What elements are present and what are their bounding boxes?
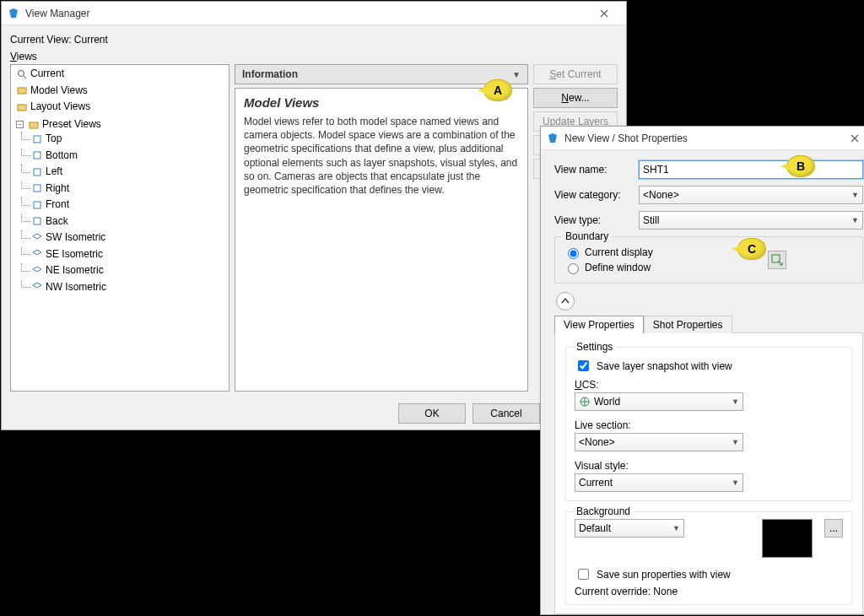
svg-rect-4	[30, 122, 38, 128]
info-panel: Model Views Model views refer to both mo…	[235, 88, 528, 392]
view-right-icon	[31, 182, 43, 194]
window-title: New View / Shot Properties	[564, 132, 838, 144]
set-current-button[interactable]: Set Current	[533, 64, 618, 84]
view-left-icon	[31, 166, 43, 178]
collapse-toggle[interactable]: −	[16, 121, 24, 128]
views-tree[interactable]: Current Model Views Layout Views −Preset…	[10, 64, 230, 392]
view-name-label: View name:	[554, 164, 639, 176]
window-select-icon	[771, 254, 783, 266]
background-browse-button[interactable]: ...	[824, 519, 843, 538]
tree-model-views[interactable]: Model Views	[30, 84, 88, 98]
svg-rect-5	[34, 136, 40, 143]
chevron-down-icon: ▼	[732, 397, 739, 406]
svg-marker-12	[33, 250, 41, 255]
background-legend: Background	[573, 505, 634, 517]
tree-current[interactable]: Current	[30, 67, 64, 81]
background-select[interactable]: Default▼	[575, 519, 684, 538]
visual-style-label: Visual style:	[575, 460, 843, 472]
define-window-button[interactable]	[768, 251, 786, 269]
ucs-label: UCS:	[575, 379, 843, 391]
iso-icon	[31, 248, 43, 260]
tree-preset[interactable]: Top	[46, 132, 62, 146]
view-category-select[interactable]: <None>▼	[639, 186, 863, 204]
tab-view-properties[interactable]: View Properties	[554, 316, 644, 333]
svg-rect-10	[34, 218, 40, 224]
view-back-icon	[31, 215, 43, 227]
tree-preset[interactable]: Left	[46, 165, 62, 179]
view-name-input[interactable]	[639, 160, 863, 179]
chevron-down-icon: ▼	[732, 478, 739, 487]
svg-point-0	[19, 70, 24, 76]
view-type-label: View type:	[554, 214, 639, 226]
cancel-button[interactable]: Cancel	[472, 403, 540, 424]
define-window-radio[interactable]: Define window	[564, 261, 653, 274]
folder-icon	[16, 84, 28, 96]
chevron-down-icon: ▼	[672, 524, 680, 532]
settings-legend: Settings	[573, 341, 616, 353]
svg-rect-8	[34, 185, 40, 192]
boundary-legend: Boundary	[562, 230, 612, 242]
svg-rect-7	[34, 169, 40, 176]
new-button[interactable]: New...	[533, 88, 618, 108]
ok-button[interactable]: OK	[398, 403, 466, 424]
tree-preset[interactable]: Front	[46, 197, 69, 212]
tree-preset[interactable]: SW Isometric	[46, 230, 105, 245]
svg-rect-2	[18, 88, 26, 94]
svg-line-1	[24, 76, 26, 78]
chevron-down-icon: ▼	[512, 70, 521, 79]
view-front-icon	[31, 199, 43, 211]
info-header[interactable]: Information ▼	[235, 64, 528, 84]
live-section-label: Live section:	[575, 419, 843, 431]
save-sun-checkbox[interactable]: Save sun properties with view	[575, 566, 843, 582]
close-icon	[850, 134, 859, 143]
collapse-toggle[interactable]	[556, 292, 575, 311]
chevron-down-icon: ▼	[732, 438, 739, 446]
svg-rect-3	[18, 105, 26, 111]
close-icon	[600, 9, 608, 18]
view-top-icon	[31, 133, 43, 145]
svg-rect-9	[34, 202, 40, 208]
close-button[interactable]	[838, 127, 864, 149]
tab-shot-properties[interactable]: Shot Properties	[644, 316, 732, 333]
tree-preset[interactable]: NW Isometric	[46, 280, 106, 294]
view-bottom-icon	[31, 149, 43, 161]
svg-rect-6	[34, 152, 40, 159]
tree-preset[interactable]: SE Isometric	[46, 247, 103, 262]
visual-style-select[interactable]: Current▼	[575, 473, 743, 492]
globe-icon	[579, 396, 591, 408]
iso-icon	[31, 265, 43, 277]
folder-icon	[16, 101, 28, 113]
close-button[interactable]	[587, 3, 621, 24]
iso-icon	[31, 232, 43, 244]
svg-marker-14	[33, 283, 41, 288]
tree-preset-views[interactable]: Preset Views	[42, 117, 101, 132]
folder-icon	[28, 119, 40, 131]
ucs-select[interactable]: World▼	[575, 392, 743, 411]
app-icon	[7, 7, 20, 20]
info-header-label: Information	[242, 68, 298, 80]
chevron-up-icon	[561, 297, 570, 305]
app-icon	[546, 132, 559, 145]
magnifier-icon	[16, 68, 28, 80]
info-title: Model Views	[244, 95, 519, 110]
tree-preset[interactable]: Back	[46, 214, 68, 229]
tree-preset[interactable]: NE Isometric	[46, 263, 104, 278]
chevron-down-icon: ▼	[851, 216, 859, 224]
svg-marker-11	[33, 234, 41, 239]
current-view-label: Current View: Current	[10, 34, 618, 46]
info-text: Model views refer to both model space na…	[244, 115, 519, 197]
tree-layout-views[interactable]: Layout Views	[30, 100, 90, 114]
tree-preset[interactable]: Right	[46, 181, 69, 196]
window-title: View Manager	[25, 8, 587, 19]
current-display-radio[interactable]: Current display	[564, 246, 653, 259]
views-label: Views	[10, 51, 618, 62]
view-category-label: View category:	[554, 189, 639, 201]
save-layer-checkbox[interactable]: Save layer snapshot with view	[575, 358, 843, 374]
view-type-select[interactable]: Still▼	[639, 211, 863, 230]
chevron-down-icon: ▼	[851, 191, 859, 199]
tree-preset[interactable]: Bottom	[46, 149, 78, 163]
svg-marker-13	[33, 267, 41, 272]
iso-icon	[31, 281, 43, 293]
override-label: Current override: None	[575, 586, 843, 597]
live-section-select[interactable]: <None>▼	[575, 433, 743, 451]
